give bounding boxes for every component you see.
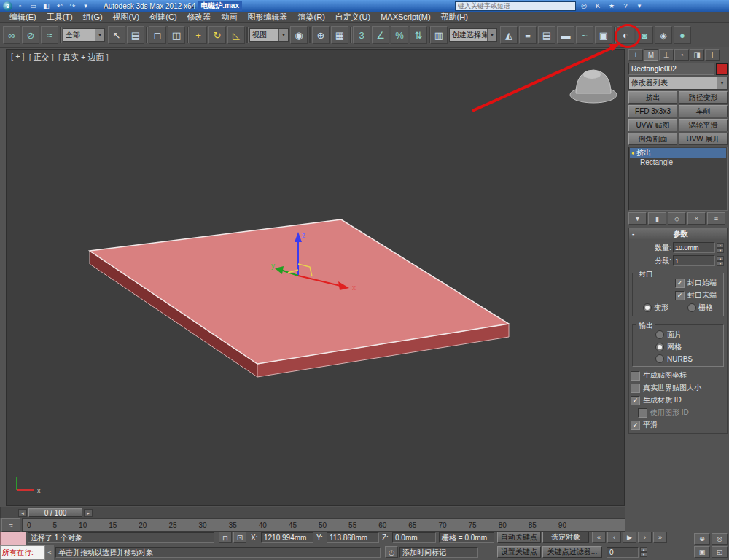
- viewport-canvas[interactable]: z x y x: [7, 50, 624, 505]
- modifier-list-dropdown[interactable]: 修改器列表 ▾: [628, 77, 728, 90]
- save-file-icon[interactable]: ◧: [41, 1, 52, 11]
- stack-item-rectangle[interactable]: Rectangle: [630, 158, 726, 167]
- select-and-move-icon[interactable]: +: [190, 26, 207, 44]
- remove-modifier-icon[interactable]: ×: [687, 212, 706, 225]
- rectangular-selection-region-icon[interactable]: ◻: [149, 26, 166, 44]
- add-time-tag-field[interactable]: 添加时间标记: [399, 547, 478, 558]
- time-slider-track[interactable]: ◂ 0 / 100 ▸: [0, 507, 625, 518]
- named-selection-sets-dropdown[interactable]: 创建选择集 ▾: [449, 28, 497, 42]
- menu-animation[interactable]: 动画: [217, 12, 243, 22]
- time-slider-prev-icon[interactable]: ◂: [18, 509, 27, 517]
- make-unique-icon[interactable]: ◇: [668, 212, 686, 225]
- cap-start-checkbox[interactable]: ✓: [675, 279, 685, 288]
- bind-to-space-warp-icon[interactable]: ≈: [41, 26, 58, 44]
- tab-create-icon[interactable]: +: [628, 49, 643, 61]
- tab-display-icon[interactable]: ◨: [690, 49, 704, 61]
- menu-rendering[interactable]: 渲染(R): [293, 12, 330, 22]
- object-name-field[interactable]: Rectangle002: [628, 63, 714, 75]
- mirror-icon[interactable]: ◭: [500, 26, 518, 44]
- use-pivot-point-center-icon[interactable]: ◉: [290, 26, 308, 44]
- selection-lock-icon[interactable]: ⊓: [219, 532, 232, 543]
- key-filters-button[interactable]: 关键点过滤器...: [542, 546, 602, 558]
- menu-views[interactable]: 视图(V): [108, 12, 145, 22]
- cap-end-checkbox[interactable]: ✓: [675, 291, 685, 300]
- go-to-start-button[interactable]: «: [592, 532, 606, 543]
- modifier-button-lathe[interactable]: 车削: [679, 105, 728, 117]
- zoom-button[interactable]: ◎: [712, 533, 728, 545]
- viewport[interactable]: + 正交 真实 + 边面 z x y: [6, 49, 625, 506]
- tab-modify-icon[interactable]: M: [644, 49, 658, 61]
- menu-tools[interactable]: 工具(T): [42, 12, 78, 22]
- infocenter-search-input[interactable]: [455, 1, 576, 11]
- unlink-selection-icon[interactable]: ⊘: [22, 26, 39, 44]
- open-file-icon[interactable]: ▭: [28, 1, 39, 11]
- reference-coordinate-system-dropdown[interactable]: 视图 ▾: [249, 28, 289, 42]
- spinner-up-icon[interactable]: ▲: [717, 256, 724, 261]
- graphite-ribbon-toggle-icon[interactable]: ▬: [557, 26, 574, 44]
- dropdown-arrow-icon[interactable]: ▾: [487, 29, 496, 41]
- help-dropdown-icon[interactable]: ▾: [634, 1, 645, 11]
- viewport-shading-menu[interactable]: 真实 + 边面: [58, 52, 109, 63]
- rollout-collapse-icon[interactable]: -: [632, 230, 634, 238]
- menu-help[interactable]: 帮助(H): [436, 12, 473, 22]
- stack-item-extrude[interactable]: ● 挤出: [630, 148, 726, 158]
- maxscript-mini-listener[interactable]: 所有在行:: [0, 545, 45, 560]
- selection-filter-dropdown[interactable]: 全部 ▾: [63, 28, 105, 42]
- menu-graph-editors[interactable]: 图形编辑器: [243, 12, 293, 22]
- macro-recorder-pane[interactable]: [0, 532, 26, 545]
- amount-spinner[interactable]: ▲ ▼: [717, 243, 724, 253]
- nurbs-radio[interactable]: [655, 354, 664, 363]
- object-color-swatch[interactable]: [716, 63, 728, 75]
- search-icon[interactable]: ◎: [578, 1, 590, 11]
- curve-editor-icon[interactable]: ~: [576, 26, 593, 44]
- menu-customize[interactable]: 自定义(U): [330, 12, 375, 22]
- z-coordinate-field[interactable]: 0.0mm: [392, 532, 436, 543]
- select-and-link-icon[interactable]: ∞: [3, 26, 20, 44]
- real-world-map-size-checkbox[interactable]: [631, 384, 640, 393]
- menu-group[interactable]: 组(G): [78, 12, 108, 22]
- snaps-toggle-3d-icon[interactable]: 3: [353, 26, 370, 44]
- modifier-button-uvw-unwrap[interactable]: UVW 展开: [679, 133, 728, 145]
- segments-field[interactable]: 1: [673, 255, 715, 266]
- listener-splitter-handle[interactable]: <: [45, 545, 54, 560]
- dropdown-arrow-icon[interactable]: ▾: [717, 77, 727, 89]
- modifier-enabled-bulb-icon[interactable]: ●: [631, 150, 634, 155]
- generate-material-ids-checkbox[interactable]: ✓: [631, 396, 640, 405]
- viewport-pov-menu[interactable]: 正交: [29, 52, 54, 63]
- x-coordinate-field[interactable]: 1210.994mm: [261, 532, 313, 543]
- select-by-name-icon[interactable]: ▤: [127, 26, 144, 44]
- pin-stack-icon[interactable]: ▼: [628, 212, 647, 225]
- align-icon[interactable]: ≡: [519, 26, 537, 44]
- extruded-plate-object[interactable]: [90, 219, 509, 377]
- modifier-button-turbosmooth[interactable]: 涡轮平滑: [679, 119, 728, 131]
- rendered-frame-window-icon[interactable]: ◈: [655, 26, 672, 44]
- menu-create[interactable]: 创建(C): [144, 12, 182, 22]
- layer-manager-icon[interactable]: ▤: [538, 26, 555, 44]
- menu-modifiers[interactable]: 修改器: [182, 12, 217, 22]
- keyboard-shortcut-override-icon[interactable]: ▦: [331, 26, 348, 44]
- spinner-snap-toggle-icon[interactable]: ⇅: [410, 26, 427, 44]
- spinner-up-icon[interactable]: ▲: [717, 243, 724, 248]
- viewport-general-menu[interactable]: +: [11, 52, 25, 63]
- time-slider-next-icon[interactable]: ▸: [84, 509, 93, 517]
- absolute-offset-toggle-icon[interactable]: ⊡: [233, 532, 246, 543]
- spinner-down-icon[interactable]: ▼: [717, 248, 724, 253]
- auto-key-button[interactable]: 自动关键点: [497, 532, 541, 543]
- select-and-manipulate-icon[interactable]: ⊕: [312, 26, 330, 44]
- track-bar-ruler[interactable]: 05 1015 2025 3035 4045 5055 6065 7075 80…: [22, 518, 625, 532]
- modifier-button-ffd[interactable]: FFD 3x3x3: [628, 105, 677, 117]
- open-mini-curve-editor-button[interactable]: ≈: [1, 518, 20, 532]
- window-crossing-icon[interactable]: ◫: [168, 26, 185, 44]
- modifier-button-path-deform[interactable]: 路径变形: [679, 91, 728, 104]
- patch-radio[interactable]: [655, 330, 664, 339]
- favorites-star-icon[interactable]: ★: [606, 1, 617, 11]
- smooth-checkbox[interactable]: ✓: [631, 421, 640, 430]
- time-tag-icon[interactable]: ◷: [385, 546, 398, 558]
- render-setup-icon[interactable]: ◙: [636, 26, 653, 44]
- set-key-button[interactable]: 设置关键点: [497, 546, 541, 558]
- next-frame-button[interactable]: ›: [638, 532, 652, 543]
- zoom-extents-button[interactable]: ▣: [694, 546, 710, 558]
- redo-icon[interactable]: ↷: [67, 1, 78, 11]
- schematic-view-icon[interactable]: ▣: [595, 26, 612, 44]
- modifier-button-uvw-map[interactable]: UVW 贴图: [628, 119, 677, 131]
